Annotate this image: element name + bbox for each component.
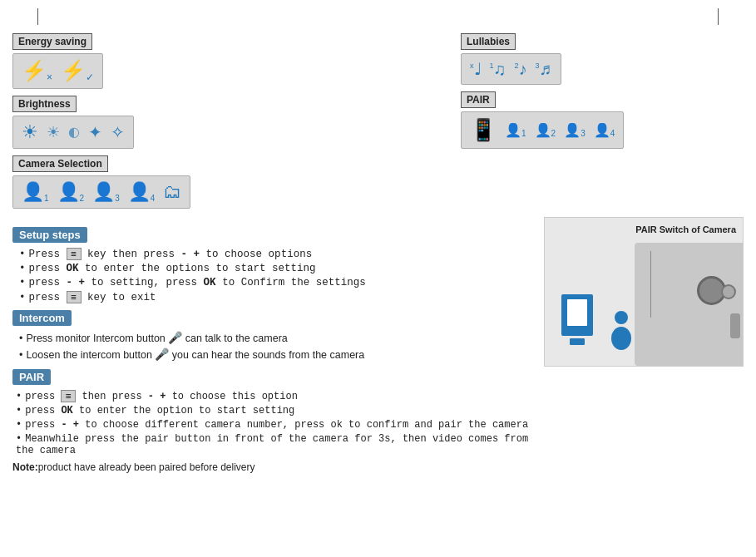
music-icon-4: 3♬ <box>536 60 552 79</box>
camera-image-section: PAIR Switch of Camera <box>544 217 744 473</box>
pair-person-icon-2: 👤2 <box>535 122 556 138</box>
bottom-section: Setup steps Press ≡ key then press - + t… <box>12 217 744 473</box>
main-container: Energy saving ⚡× ⚡✓ Brightness <box>0 0 756 481</box>
setup-steps-header: Setup steps <box>12 227 87 243</box>
energy-on-icon: ⚡✓ <box>61 59 94 83</box>
energy-off-icon: ⚡× <box>22 59 52 83</box>
step-4: press ≡ key to exit <box>19 291 531 303</box>
pair-bottom-section: PAIR press ≡ then press - + to choose th… <box>12 369 531 473</box>
camera-image: PAIR Switch of Camera <box>544 217 744 367</box>
brightness-icon-3: ◐ <box>68 124 80 140</box>
brightness-icons: ☀ ☀ ◐ ✦ ✧ <box>22 121 125 143</box>
intercom-list: Press monitor Intercom button 🎤 can talk… <box>12 331 531 361</box>
pair-top-label: PAIR <box>461 91 496 108</box>
camera-selection-label: Camera Selection <box>12 155 108 172</box>
camera-divider-line <box>650 251 651 318</box>
note-text: Note:product have already been paired be… <box>12 461 531 473</box>
pair-bottom-header: PAIR <box>12 369 51 385</box>
pair-top-section: PAIR 📱 👤1 👤2 👤3 👤4 <box>461 91 744 149</box>
setup-steps-section: Setup steps Press ≡ key then press - + t… <box>12 227 531 303</box>
pair-step-4: Meanwhile press the pair button in front… <box>16 433 531 456</box>
brightness-icon-5: ✧ <box>111 122 125 142</box>
intercom-header: Intercom <box>12 310 72 326</box>
lullabies-icons: x♩ 1♫ 2♪ 3♬ <box>470 59 552 79</box>
mic-icon-1: 🎤 <box>168 331 182 344</box>
energy-saving-section: Energy saving ⚡× ⚡✓ <box>12 33 312 89</box>
step-3: press - + to setting, press OK to Confir… <box>19 277 531 288</box>
lullabies-label: Lullabies <box>461 33 516 50</box>
left-panels: Energy saving ⚡× ⚡✓ Brightness <box>12 33 312 209</box>
lullabies-section: Lullabies x♩ 1♫ 2♪ 3♬ <box>461 33 744 85</box>
brightness-icon-4: ✦ <box>88 122 102 142</box>
person-svg <box>607 309 636 351</box>
camera-icon-3: 👤3 <box>92 181 120 203</box>
person-graphic <box>607 309 636 353</box>
arrow-lullabies <box>718 8 719 29</box>
setup-steps-list: Press ≡ key then press - + to choose opt… <box>12 248 531 303</box>
music-icon-2: 1♫ <box>490 60 506 79</box>
brightness-icon-2: ☀ <box>47 123 60 141</box>
pair-monitor-icon: 📱 <box>470 117 497 143</box>
pair-person-icon-1: 👤1 <box>505 122 526 138</box>
monitor-graphic <box>557 293 603 353</box>
brightness-label: Brightness <box>12 96 77 112</box>
step-1: Press ≡ key then press - + to choose opt… <box>19 248 531 260</box>
camera-side-button <box>730 313 740 338</box>
step-2: press OK to enter the options to start s… <box>19 263 531 274</box>
brightness-section: Brightness ☀ ☀ ◐ ✦ ✧ <box>12 96 312 149</box>
monitor-svg <box>557 293 603 351</box>
music-icon-3: 2♪ <box>515 60 527 79</box>
pair-person-icon-4: 👤4 <box>594 122 615 138</box>
pair-list: press ≡ then press - + to choose this op… <box>12 390 531 456</box>
pair-menu-key: ≡ <box>61 390 76 402</box>
bottom-left: Setup steps Press ≡ key then press - + t… <box>12 217 531 473</box>
energy-saving-box: ⚡× ⚡✓ <box>12 53 103 89</box>
intercom-step-1: Press monitor Intercom button 🎤 can talk… <box>19 331 531 344</box>
pair-step-2: press OK to enter the option to start se… <box>16 405 531 417</box>
top-panels: Energy saving ⚡× ⚡✓ Brightness <box>12 33 744 209</box>
camera-selection-box: 👤1 👤2 👤3 👤4 🗂 <box>12 175 190 209</box>
energy-icons: ⚡× ⚡✓ <box>22 59 94 83</box>
exit-key-icon: ≡ <box>67 291 82 303</box>
svg-point-3 <box>615 311 628 324</box>
mic-icon-2: 🎤 <box>155 348 169 361</box>
camera-icon-1: 👤1 <box>22 181 49 203</box>
pair-switch-label: PAIR Switch of Camera <box>635 224 736 234</box>
music-icon-1: x♩ <box>470 59 482 79</box>
lullabies-box: x♩ 1♫ 2♪ 3♬ <box>461 53 561 85</box>
svg-point-4 <box>611 327 631 350</box>
arrow-brightness <box>37 8 38 29</box>
camera-icon-2: 👤2 <box>57 181 85 203</box>
svg-rect-2 <box>570 338 585 345</box>
pair-person-icon-3: 👤3 <box>564 122 586 138</box>
brightness-box: ☀ ☀ ◐ ✦ ✧ <box>12 116 134 149</box>
arrow-container <box>12 8 744 29</box>
camera-pair-button <box>721 284 736 299</box>
right-panels: Lullabies x♩ 1♫ 2♪ 3♬ PAIR 📱 👤1 <box>461 33 744 209</box>
intercom-section: Intercom Press monitor Intercom button 🎤… <box>12 310 531 361</box>
camera-icons: 👤1 👤2 👤3 👤4 🗂 <box>22 181 181 203</box>
camera-selection-section: Camera Selection 👤1 👤2 👤3 👤4 🗂 <box>12 155 312 209</box>
intercom-step-2: Loosen the intercom button 🎤 you can hea… <box>19 348 531 361</box>
energy-saving-label: Energy saving <box>12 33 92 50</box>
pair-step-3: press - + to choose different camera num… <box>16 419 531 431</box>
pair-top-box: 📱 👤1 👤2 👤3 👤4 <box>461 111 624 149</box>
pair-step-1: press ≡ then press - + to choose this op… <box>16 390 531 402</box>
svg-rect-1 <box>567 299 587 326</box>
pair-icons: 📱 👤1 👤2 👤3 👤4 <box>470 117 615 143</box>
menu-key-icon: ≡ <box>67 248 82 260</box>
camera-icon-4: 👤4 <box>128 181 156 203</box>
brightness-icon-1: ☀ <box>22 121 38 143</box>
folder-icon: 🗂 <box>163 181 181 203</box>
